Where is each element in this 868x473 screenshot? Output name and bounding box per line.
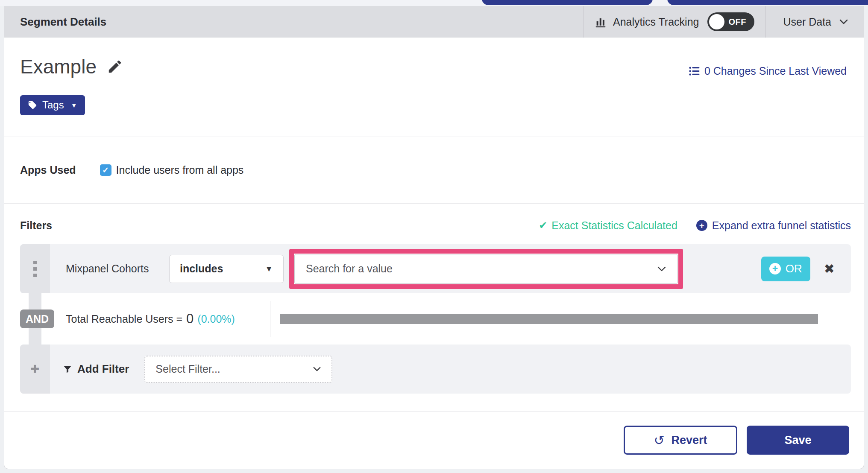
segment-details-card: Segment Details Analytics Tracking OFF [4,6,864,469]
filters-label: Filters [20,219,52,232]
toggle-state-label: OFF [728,17,746,27]
revert-button-label: Revert [672,434,707,447]
analytics-tracking-control: Analytics Tracking OFF [584,6,765,38]
filter-builder: Mixpanel Cohorts includes ▼ Search for a… [20,244,851,394]
chevron-down-icon [657,266,666,272]
tag-icon [28,100,37,110]
expand-funnel-label: Expand extra funnel statistics [712,219,851,232]
include-all-apps-checkbox[interactable]: ✓ [100,164,111,176]
plus-circle-icon: + [696,220,707,231]
include-all-apps-control: ✓ Include users from all apps [100,164,244,176]
segment-name-section: Example 0 Changes Since Last Viewed [4,38,864,137]
select-filter-dropdown[interactable]: Select Filter... [144,356,332,383]
page-title: Segment Details [4,15,106,29]
changes-link-label: 0 Changes Since Last Viewed [704,65,847,77]
changelog-list-icon [689,65,700,77]
chevron-down-icon [839,19,848,25]
summary-divider [270,301,270,337]
exact-statistics-label: Exact Statistics Calculated [551,219,677,232]
caret-down-icon: ▼ [265,264,273,274]
expand-funnel-statistics-link[interactable]: + Expand extra funnel statistics [696,219,851,232]
and-badge: AND [20,309,54,328]
chevron-down-icon [313,366,321,372]
footer-actions: ↺ Revert Save [4,412,864,469]
analytics-tracking-toggle[interactable]: OFF [707,12,754,31]
plus-icon: ✚ [31,363,40,375]
edit-pencil-icon[interactable] [107,58,123,75]
checkbox-check-icon: ✓ [102,165,109,175]
top-partial-button-left[interactable] [482,0,653,5]
include-all-apps-label: Include users from all apps [116,164,244,176]
segment-name: Example [20,55,97,78]
add-filter-row: ✚ Add Filter Select Filter... [20,345,851,394]
filter-row: Mixpanel Cohorts includes ▼ Search for a… [20,244,851,293]
add-or-condition-button[interactable]: + OR [761,257,810,281]
save-button-label: Save [784,434,811,447]
header-right-group: Analytics Tracking OFF User Data [584,6,864,38]
total-reachable-percent: (0.00%) [197,313,235,325]
filters-section: Filters ✔ Exact Statistics Calculated + … [4,204,864,412]
top-strip [0,0,868,6]
grip-dot-icon [33,261,37,264]
filters-header: Filters ✔ Exact Statistics Calculated + … [20,218,851,233]
save-button[interactable]: Save [747,426,849,455]
toggle-knob [709,14,724,29]
add-filter-label: Add Filter [77,362,129,376]
filters-header-links: ✔ Exact Statistics Calculated + Expand e… [539,219,851,232]
card-header: Segment Details Analytics Tracking OFF [4,6,864,38]
revert-button[interactable]: ↺ Revert [624,426,737,455]
filter-field-name: Mixpanel Cohorts [66,263,169,275]
analytics-tracking-label: Analytics Tracking [613,16,699,28]
total-reachable-label: Total Reachable Users = [66,313,182,325]
add-filter-control[interactable]: Add Filter [63,362,129,376]
add-filter-gutter: ✚ [20,345,50,394]
top-partial-button-right[interactable] [667,0,868,5]
tags-button-label: Tags [42,99,64,111]
and-summary-row: AND Total Reachable Users = 0 (0.00%) [20,293,851,345]
close-icon: ✖ [824,262,835,276]
user-data-label: User Data [783,16,831,28]
changes-since-last-viewed-link[interactable]: 0 Changes Since Last Viewed [689,65,847,77]
operator-value: includes [180,263,223,275]
apps-used-label: Apps Used [20,164,76,176]
total-reachable-count: 0 [186,311,194,327]
drag-handle[interactable] [20,244,50,293]
tags-button[interactable]: Tags ▼ [20,95,85,115]
value-search-select[interactable]: Search for a value [294,254,678,284]
exact-statistics-status: ✔ Exact Statistics Calculated [539,219,677,232]
reachable-users-progress-bar [280,314,818,324]
funnel-icon [63,365,72,374]
user-data-dropdown[interactable]: User Data [766,6,864,38]
select-filter-placeholder: Select Filter... [155,363,220,375]
operator-select[interactable]: includes ▼ [169,255,284,283]
total-reachable-users: Total Reachable Users = 0 (0.00%) [66,311,235,327]
or-button-label: OR [786,262,802,275]
value-search-placeholder: Search for a value [306,263,393,275]
remove-filter-button[interactable]: ✖ [821,262,837,276]
undo-icon: ↺ [654,433,664,448]
caret-down-icon: ▼ [71,102,77,109]
grip-dot-icon [33,274,37,277]
apps-used-section: Apps Used ✓ Include users from all apps [4,137,864,204]
bar-chart-icon [594,15,607,28]
grip-dot-icon [33,267,37,271]
plus-circle-icon: + [769,263,781,274]
highlight-outline: Search for a value [289,249,683,289]
check-icon: ✔ [539,219,547,231]
